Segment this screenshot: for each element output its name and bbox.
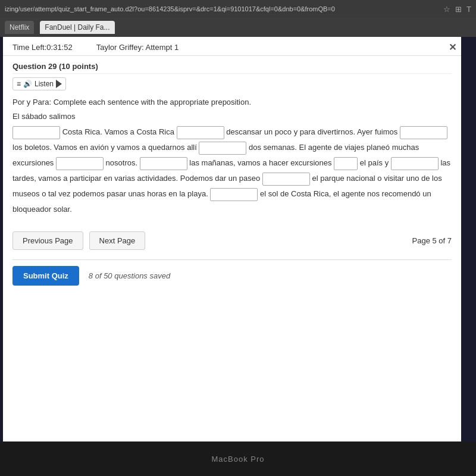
page-info: Page 5 of 7 (412, 236, 452, 245)
time-left: Time Left:0:31:52 (12, 43, 73, 52)
puzzle-icon[interactable]: ⊞ (455, 5, 462, 14)
url-bar: izing/user/attempt/quiz_start_frame_auto… (0, 0, 476, 18)
listen-bar: ≡ 🔊 Listen (12, 77, 66, 90)
nav-section: Previous Page Next Page Page 5 of 7 (12, 226, 452, 250)
browser-chrome: izing/user/attempt/quiz_start_frame_auto… (0, 0, 476, 37)
tab-netflix[interactable]: Netflix (5, 21, 34, 34)
previous-page-button[interactable]: Previous Page (12, 231, 83, 250)
quiz-header: Time Left:0:31:52 Taylor Griffey: Attemp… (3, 37, 461, 56)
text-segment-6: las mañanas, vamos a hacer excursiones (189, 158, 334, 167)
text-segment-3: los boletos. Vamos en avión y vamos a qu… (12, 143, 199, 152)
blank-7[interactable] (334, 157, 358, 170)
next-page-button[interactable]: Next Page (89, 231, 146, 250)
macbook-label: MacBook Pro (211, 455, 264, 464)
submit-quiz-button[interactable]: Submit Quiz (12, 266, 79, 286)
blank-2[interactable] (177, 126, 224, 139)
listen-label: Listen (35, 80, 54, 88)
instructions-line1: Por y Para: Complete each sentence with … (12, 96, 452, 108)
quiz-window: ✕ Time Left:0:31:52 Taylor Griffey: Atte… (3, 37, 461, 441)
tab-fanduel[interactable]: FanDuel | Daily Fa... (40, 21, 114, 34)
text-segment-7: el país y (360, 158, 391, 167)
close-button[interactable]: ✕ (449, 42, 456, 53)
translate-icon[interactable]: T (466, 5, 471, 14)
section-divider (12, 259, 452, 260)
blank-8[interactable] (391, 157, 439, 170)
blank-4[interactable] (199, 142, 246, 155)
text-segment-1: Costa Rica. Vamos a Costa Rica (62, 127, 177, 136)
menu-icon: ≡ (17, 80, 21, 88)
star-icon[interactable]: ☆ (443, 5, 450, 14)
attempt-info: Taylor Griffey: Attempt 1 (96, 43, 178, 52)
blank-10[interactable] (210, 188, 258, 201)
blank-1[interactable] (12, 126, 60, 139)
question-header: Question 29 (10 points) (12, 62, 452, 74)
quiz-body: Question 29 (10 points) ≡ 🔊 Listen Por y… (3, 56, 461, 432)
submit-section: Submit Quiz 8 of 50 questions saved (12, 266, 452, 286)
play-button[interactable] (56, 80, 62, 88)
bottom-bar: MacBook Pro (0, 441, 476, 476)
browser-icons: ☆ ⊞ T (443, 5, 471, 14)
blank-6[interactable] (140, 157, 187, 170)
tab-bar: Netflix FanDuel | Daily Fa... (0, 18, 476, 37)
text-segment-2: descansar un poco y para divertirnos. Ay… (226, 127, 400, 136)
url-text: izing/user/attempt/quiz_start_frame_auto… (5, 5, 440, 12)
blank-5[interactable] (56, 157, 104, 170)
text-segment-5: nosotros. (106, 158, 140, 167)
blank-3[interactable] (400, 126, 447, 139)
speaker-icon: 🔊 (23, 80, 32, 88)
passage-text: Costa Rica. Vamos a Costa Rica descansar… (12, 124, 452, 217)
instructions-line2: El sábado salimos (12, 111, 452, 123)
saved-info: 8 of 50 questions saved (89, 271, 170, 280)
blank-9[interactable] (262, 173, 310, 186)
